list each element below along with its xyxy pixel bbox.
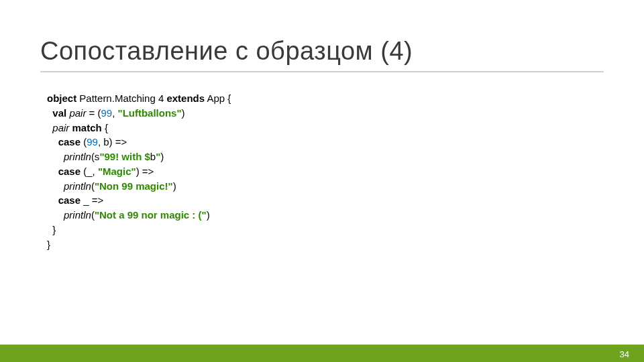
open: (_, <box>80 166 98 177</box>
str-luftballons: "Luftballons" <box>118 107 182 119</box>
eq: = ( <box>86 107 101 119</box>
var-pair: pair <box>69 107 86 119</box>
code-line-1: object Pattern.Matching 4 extends App { <box>47 91 604 106</box>
close: ) => <box>136 166 154 177</box>
comma: , <box>112 107 117 119</box>
rest: _ => <box>80 194 103 206</box>
indent <box>47 180 64 192</box>
obj-name: Pattern.Matching 4 <box>76 93 166 104</box>
code-line-4: case (99, b) => <box>47 135 604 149</box>
fn-println: println <box>64 151 91 162</box>
slide-title: Сопоставление с образцом (4) <box>40 37 604 72</box>
code-line-7: println("Non 99 magic!") <box>47 179 604 194</box>
code-line-9: println("Not a 99 nor magic : (") <box>47 208 604 223</box>
str-magic: "Magic" <box>98 166 136 177</box>
brace: { <box>102 122 108 133</box>
var-pair: pair <box>52 122 69 133</box>
kw-val: val <box>52 107 69 119</box>
indent <box>47 151 64 162</box>
open: (s <box>91 151 100 162</box>
close: ) <box>207 209 210 221</box>
code-line-10: } <box>47 223 604 237</box>
kw-extends: extends <box>166 93 205 104</box>
page-number: 34 <box>620 349 629 359</box>
num-99: 99 <box>87 136 98 147</box>
code-line-3: pair match { <box>47 121 604 135</box>
close: ) <box>160 151 164 162</box>
code-line-5: println(s"99! with $b") <box>47 149 604 164</box>
mid: b <box>150 151 156 162</box>
kw-case: case <box>58 166 80 177</box>
kw-object: object <box>47 93 76 104</box>
code-line-11: } <box>47 237 604 252</box>
close: ) <box>173 180 176 192</box>
indent <box>47 194 58 206</box>
code-line-6: case (_, "Magic") => <box>47 164 604 179</box>
kw-match: match <box>72 122 102 133</box>
fn-println: println <box>64 180 91 192</box>
str-part1: "99! with $ <box>99 151 150 162</box>
kw-case: case <box>58 136 80 147</box>
str-non99: "Non 99 magic!" <box>95 180 173 192</box>
close: ) <box>182 107 185 119</box>
open: ( <box>80 136 87 147</box>
kw-case: case <box>58 194 80 206</box>
slide: Сопоставление с образцом (4) object Patt… <box>0 0 644 362</box>
fn-println: println <box>64 209 91 221</box>
indent <box>47 166 58 177</box>
code-line-2: val pair = (99, "Luftballons") <box>47 106 604 121</box>
indent <box>47 136 58 147</box>
str-notmagic: "Not a 99 nor magic : (" <box>95 209 207 221</box>
num-99: 99 <box>101 107 112 119</box>
indent <box>47 209 64 221</box>
footer-bar: 34 <box>0 345 644 362</box>
rest: , b) => <box>98 136 127 147</box>
code-line-8: case _ => <box>47 193 604 208</box>
code-block: object Pattern.Matching 4 extends App { … <box>40 91 604 251</box>
txt: App { <box>205 93 231 104</box>
